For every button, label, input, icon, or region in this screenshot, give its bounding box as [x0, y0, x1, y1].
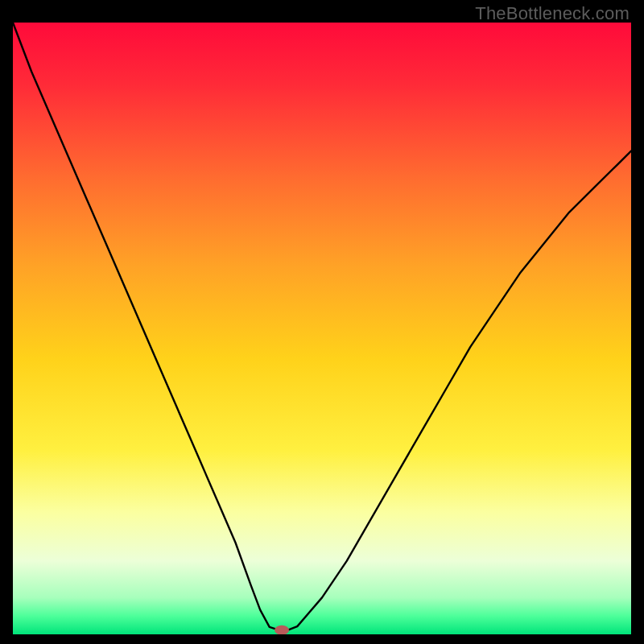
watermark-text: TheBottleneck.com [475, 3, 630, 24]
chart-frame [13, 23, 631, 634]
chart-background [13, 23, 631, 634]
chart-svg [13, 23, 631, 634]
